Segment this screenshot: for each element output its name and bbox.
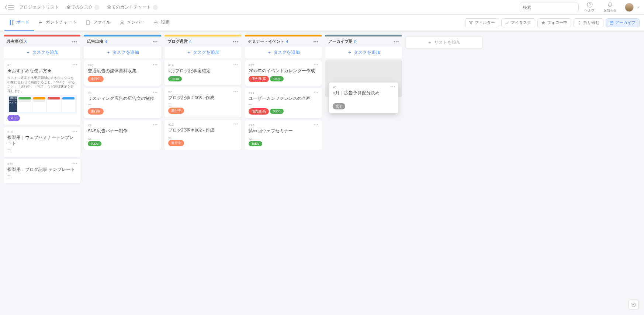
column-header[interactable]: アーカイブ用0••• [325,36,402,46]
board: 共有事項3••• ＋タスクを追加 ••• #1 ★おすすめな使い方★ リストに設… [0,31,644,274]
subtask-icon: ☲ [7,175,77,179]
column-title: セミナー・イベント [248,39,284,44]
tab-board[interactable]: ボード [4,15,34,31]
hamburger-icon [8,5,14,10]
mytask-label: マイタスク [511,20,531,25]
card-menu[interactable]: ••• [72,63,77,67]
card-number: #9 [88,123,157,127]
column-header[interactable]: ブログ運営4••• [165,36,241,46]
avatar[interactable] [625,3,634,12]
svg-point-4 [121,21,123,23]
file-icon [86,20,91,25]
tab-gantt[interactable]: ガントチャート [34,15,81,31]
card-menu[interactable]: ••• [72,161,77,165]
card-title: ○月｜広告予算配分決め [333,90,395,96]
card-menu[interactable]: ••• [153,90,158,94]
follow-button[interactable]: フォロー中 [537,18,571,27]
column-menu[interactable]: ••• [394,39,399,44]
add-task-button[interactable]: ＋タスクを追加 [245,46,322,58]
task-card[interactable]: •••#1720xx年のイベントカレンダー作成優先度:高ToDo [245,60,322,86]
tag-memo: メモ [7,115,20,121]
task-card[interactable]: •••#14ユーザーカンファレンスの企画☲優先度:高ToDo [245,88,322,118]
nav-all-gantt[interactable]: 全てのガントチャート [105,3,160,12]
card-menu[interactable]: ••• [153,123,158,127]
task-card[interactable]: •••#9SNS広告バナー制作☲ToDo [84,120,161,150]
task-card-dragging[interactable]: ••• #5 ○月｜広告予算配分決め 完了 [329,83,398,113]
task-card[interactable]: •••#16○月ブログ記事案確定ToDo [165,60,241,85]
tag-todo: ToDo [168,76,182,81]
card-number: #17 [249,63,318,67]
card-number: #6 [88,91,157,95]
card-menu[interactable]: ••• [233,122,238,126]
column-menu[interactable]: ••• [152,39,158,44]
card-menu[interactable]: ••• [314,90,319,94]
add-list-button[interactable]: ＋リストを追加 [406,36,482,48]
column-header[interactable]: 共有事項3••• [4,36,80,46]
tab-member-label: メンバー [127,19,145,25]
subtask-icon: ☲ [168,135,238,140]
add-task-button[interactable]: ＋タスクを追加 [4,46,80,58]
column-header[interactable]: 広告出稿4••• [84,36,161,46]
task-card[interactable]: •••#18交通広告の媒体資料収集進行中 [84,60,161,86]
card-number: #13 [249,123,318,127]
nav-all-tasks-label: 全てのタスク [66,4,93,10]
nav-all-tasks[interactable]: 全てのタスク [64,3,102,12]
tab-member[interactable]: メンバー [115,15,149,31]
tab-settings[interactable]: 設定 [149,15,174,31]
column-menu[interactable]: ••• [72,39,77,44]
add-task-button[interactable]: ＋タスクを追加 [325,46,402,58]
column-shared: 共有事項3••• ＋タスクを追加 ••• #1 ★おすすめな使い方★ リストに設… [4,35,80,270]
add-task-button[interactable]: ＋タスクを追加 [165,46,241,58]
column-menu[interactable]: ••• [233,39,238,44]
search-input[interactable] [523,5,574,10]
card-menu[interactable]: ••• [233,63,238,67]
fold-button[interactable]: 折り畳む [574,18,603,27]
mytask-button[interactable]: マイタスク [501,18,535,27]
card-menu[interactable]: ••• [233,90,238,94]
card-number: #12 [168,123,238,126]
search-box[interactable] [520,3,579,12]
task-card[interactable]: •••#6リスティング広告の広告文の制作☲進行中 [84,88,161,118]
card-title: 複製用：ブログ記事 テンプレート [7,167,77,172]
card-menu[interactable]: ••• [314,123,319,127]
tab-file[interactable]: ファイル [81,15,115,31]
column-seminar: セミナー・イベント4••• ＋タスクを追加 •••#1720xx年のイベントカレ… [245,35,322,270]
filter-button[interactable]: フィルター [465,18,499,27]
help-icon: ? [587,2,593,8]
card-description: リストに設定する更新領域の大きさはタスクの量に合わせて画面すること。3clsAで… [7,76,77,94]
column-title: 広告出稿 [87,39,103,44]
column-header[interactable]: セミナー・イベント4••• [245,36,322,46]
card-menu[interactable]: ••• [314,63,319,67]
filter-icon [469,21,473,25]
column-archive: アーカイブ用0••• ＋タスクを追加 ••• #5 ○月｜広告予算配分決め 完了 [325,35,402,270]
card-menu[interactable]: ••• [72,129,77,133]
plus-icon: ＋ [26,49,30,56]
card-menu[interactable]: ••• [153,63,158,67]
add-task-button[interactable]: ＋タスクを追加 [84,46,161,58]
task-card[interactable]: •••#13第xx回ウェブセミナー☲ToDo [245,120,322,150]
back-menu-button[interactable] [4,5,14,10]
task-card[interactable]: ••• #20 複製用：ブログ記事 テンプレート ☲ [4,159,80,183]
card-number: #7 [168,90,238,94]
task-card[interactable]: •••#7ブログ記事＃003 - 作成☲進行中 [165,87,241,118]
task-card[interactable]: ••• #1 ★おすすめな使い方★ リストに設定する更新領域の大きさはタスクの量… [4,60,80,125]
tag-priority: 優先度:高 [249,76,269,82]
column-menu[interactable]: ••• [313,39,319,44]
notice-button[interactable]: お知らせ [600,2,620,13]
card-thumbnail: 共有事項内のタスクはメモ [7,95,77,113]
archive-button[interactable]: アーカイブ [606,18,640,27]
card-title: 20xx年のイベントカレンダー作成 [249,68,318,74]
nav-project-list[interactable]: プロジェクトリスト [17,3,61,12]
card-title: 第xx回ウェブセミナー [249,128,318,134]
card-menu[interactable]: ••• [390,85,395,89]
archive-drop-zone[interactable]: ••• #5 ○月｜広告予算配分決め 完了 [325,60,402,97]
card-title: 交通広告の媒体資料収集 [88,68,157,74]
task-card[interactable]: •••#12ブログ記事＃002 - 作成☲進行中 [165,120,241,150]
caret-down-icon[interactable] [637,6,640,9]
svg-point-5 [155,22,157,23]
help-button[interactable]: ? ヘルプ [582,2,598,13]
tag-todo: ToDo [88,141,101,146]
column-count: 0 [354,39,356,44]
gear-icon [153,20,159,25]
task-card[interactable]: ••• #19 複製用｜ウェブセミナーテンプレート ☲ [4,127,80,157]
